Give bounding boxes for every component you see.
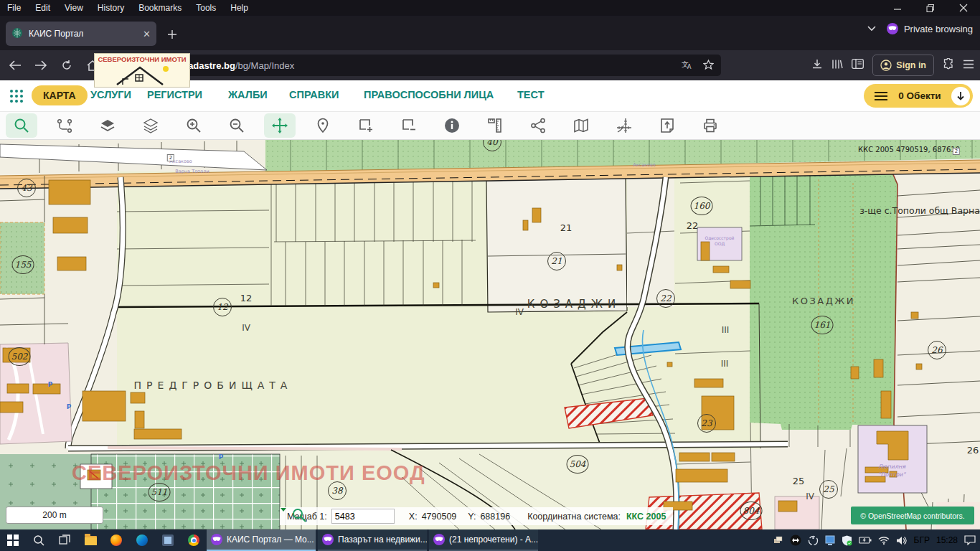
wifi-tray-icon[interactable] — [878, 536, 890, 545]
location-pin-tool-button[interactable] — [307, 113, 339, 138]
map-fold-tool-button[interactable] — [565, 113, 597, 138]
layers-tool-button[interactable] — [92, 113, 123, 138]
taskbar-window-pazar[interactable]: Пазарът на недвижи... — [318, 529, 427, 551]
measure-tool-button[interactable] — [479, 113, 511, 138]
reload-icon[interactable] — [56, 55, 77, 76]
tab-registri[interactable]: РЕГИСТРИ — [147, 89, 202, 100]
file-explorer-icon[interactable] — [77, 529, 103, 551]
taskbar-window-kais[interactable]: КАИС Портал — Mo... — [207, 529, 316, 551]
back-icon[interactable] — [4, 55, 26, 76]
chrome-icon[interactable] — [181, 529, 207, 551]
bookmark-star-icon[interactable] — [703, 60, 714, 72]
hidden-icons-chevron[interactable] — [773, 536, 783, 545]
export-tool-button[interactable] — [651, 113, 683, 138]
tab-pravosposobni-litsa[interactable]: ПРАВОСПОСОБНИ ЛИЦА — [364, 89, 494, 100]
tab-uslugi[interactable]: УСЛУГИ — [90, 89, 131, 100]
scale-input[interactable] — [331, 509, 395, 524]
facility-label: "Полтри" — [878, 471, 905, 478]
restore-button[interactable] — [914, 0, 947, 16]
menu-view[interactable]: View — [57, 3, 90, 13]
layer-stack-tool-button[interactable] — [135, 113, 166, 138]
edge-icon[interactable] — [129, 529, 155, 551]
downloads-icon[interactable] — [811, 59, 823, 72]
crs-dropdown-icon[interactable] — [280, 507, 287, 513]
tab-close-icon[interactable]: ✕ — [143, 29, 151, 39]
pan-tool-button[interactable] — [264, 113, 296, 138]
new-tab-button[interactable] — [164, 26, 181, 43]
crs-label: Координатна система: — [527, 512, 621, 522]
menu-edit[interactable]: Edit — [28, 3, 57, 13]
extension-icon[interactable] — [943, 58, 954, 72]
display-tray-icon[interactable] — [825, 535, 835, 545]
close-button[interactable] — [947, 0, 980, 16]
info-tool-button[interactable] — [436, 113, 468, 138]
start-button[interactable] — [0, 529, 26, 551]
osm-attribution[interactable]: © OpenStreetMap contributors. — [851, 507, 974, 524]
objects-expand-button[interactable] — [951, 87, 970, 105]
map-search-icon[interactable] — [291, 507, 307, 523]
coordinates-tool-button[interactable] — [608, 113, 640, 138]
url-path: /bg/Map/Index — [235, 60, 294, 71]
onedrive-tray-icon[interactable] — [808, 535, 819, 546]
apps-grid-icon[interactable] — [9, 88, 24, 107]
zone-roman-numeral: IV — [242, 323, 250, 333]
svg-text:A: A — [687, 64, 692, 70]
parcel-circle: 160 — [691, 197, 713, 215]
menu-bookmarks[interactable]: Bookmarks — [131, 3, 189, 13]
translate-icon[interactable]: 文A — [682, 60, 693, 72]
firefox-icon[interactable] — [103, 529, 129, 551]
menu-tools[interactable]: Tools — [189, 3, 223, 13]
facility-label: ООД — [715, 241, 725, 246]
task-view-icon[interactable] — [52, 529, 77, 551]
facility-label: Одесосстрой — [705, 235, 734, 240]
tab-title: КАИС Портал — [29, 29, 143, 39]
tab-zhalbi[interactable]: ЖАЛБИ — [228, 89, 268, 100]
language-indicator[interactable]: БГР — [914, 535, 930, 545]
window-title: (21 непрочетени) - A... — [449, 534, 538, 545]
print-tool-button[interactable] — [694, 113, 726, 138]
system-tray: БГР 15:28 — [773, 529, 980, 551]
facility-label: Люпилня — [878, 463, 905, 470]
parking-label: P — [219, 453, 224, 461]
share-nodes-tool-button[interactable] — [522, 113, 554, 138]
teamviewer-tray-icon[interactable] — [790, 534, 801, 546]
defender-tray-icon[interactable] — [842, 535, 852, 546]
forward-icon[interactable] — [30, 55, 52, 76]
road-label: Аксаково — [633, 162, 656, 168]
firefox-private-icon — [433, 534, 445, 545]
parking-label: P — [67, 403, 72, 410]
action-center-icon[interactable] — [964, 535, 976, 545]
app-menu-icon[interactable] — [963, 59, 974, 72]
menu-file[interactable]: File — [0, 3, 28, 13]
route-tool-button[interactable] — [49, 113, 80, 138]
sidebar-icon[interactable] — [852, 59, 864, 72]
tab-kais-portal[interactable]: КАИС Портал ✕ — [6, 22, 156, 46]
search-tool-button[interactable] — [6, 113, 37, 138]
url-bar[interactable]: kais.cadastre.bg/bg/Map/Index 文A — [104, 55, 721, 76]
select-subtract-tool-button[interactable] — [393, 113, 425, 138]
tab-karta[interactable]: КАРТА — [32, 85, 88, 105]
volume-tray-icon[interactable] — [896, 536, 908, 545]
battery-tray-icon[interactable] — [859, 536, 872, 545]
menu-help[interactable]: Help — [223, 3, 255, 13]
sign-in-button[interactable]: Sign in — [872, 55, 934, 76]
parcel-circle: 804 — [740, 501, 763, 520]
objects-button[interactable]: 0 Обекти — [864, 84, 973, 108]
taskbar-window-mail[interactable]: (21 непрочетени) - A... — [429, 529, 538, 551]
crs-value[interactable]: ККС 2005 — [626, 512, 666, 522]
tab-test[interactable]: ТЕСТ — [517, 89, 545, 100]
menu-history[interactable]: History — [90, 3, 131, 13]
zoom-in-tool-button[interactable] — [178, 113, 209, 138]
zoom-out-tool-button[interactable] — [221, 113, 253, 138]
parcel-circle: 161 — [811, 316, 834, 334]
taskbar-search-icon[interactable] — [26, 529, 52, 551]
tab-spravki[interactable]: СПРАВКИ — [289, 89, 339, 100]
photos-app-icon[interactable] — [155, 529, 181, 551]
select-add-tool-button[interactable] — [350, 113, 382, 138]
clock[interactable]: 15:28 — [936, 535, 958, 545]
minimize-button[interactable] — [881, 0, 914, 16]
list-tabs-chevron-icon[interactable] — [867, 24, 877, 34]
firefox-private-icon — [322, 534, 334, 545]
map-canvas[interactable]: ККС 2005 4790519, 687610 Аксаково Аксако… — [0, 140, 980, 529]
library-icon[interactable] — [831, 59, 843, 72]
